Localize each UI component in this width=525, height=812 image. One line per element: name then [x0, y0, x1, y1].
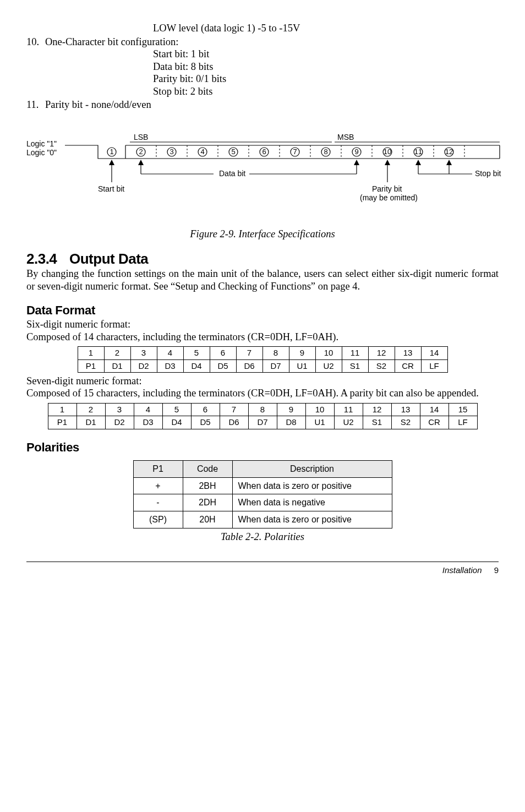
svg-text:3: 3: [169, 148, 173, 156]
page-footer: Installation 9: [26, 565, 499, 575]
figure-2-9: .t { font-family: Arial, Helvetica, sans…: [26, 130, 499, 241]
section-number: 2.3.4: [26, 250, 69, 268]
parity-bit-line: Parity bit: 0/1 bits: [26, 73, 499, 85]
svg-text:5: 5: [231, 148, 235, 156]
interface-spec-diagram: .t { font-family: Arial, Helvetica, sans…: [26, 130, 505, 224]
svg-text:8: 8: [324, 148, 327, 156]
data-bit-line: Data bit: 8 bits: [26, 61, 499, 73]
six-digit-label: Six-digit numeric format:: [26, 318, 499, 331]
table-row: P1D1D2D3D4D5D6D7D8U1U2S1S2CRLF: [48, 416, 477, 429]
seven-digit-table: 123456789101112131415 P1D1D2D3D4D5D6D7D8…: [48, 403, 478, 429]
list-item-11: 11. Parity bit - none/odd/even: [26, 99, 499, 111]
svg-text:1: 1: [110, 148, 113, 156]
section-heading: 2.3.4Output Data: [26, 250, 499, 268]
logic1-label: Logic "1": [26, 139, 57, 148]
footer-section: Installation: [442, 565, 482, 575]
logic0-label: Logic "0": [26, 148, 57, 157]
table-row: (SP) 20H When data is zero or positive: [133, 511, 392, 528]
databit-label: Data bit: [219, 169, 245, 178]
svg-marker-55: [446, 160, 452, 165]
svg-text:12: 12: [445, 148, 453, 156]
figure-caption: Figure 2-9. Interface Specifications: [26, 228, 499, 241]
table-caption: Table 2-2. Polarities: [26, 531, 499, 543]
top-block: LOW level (data logic 1) -5 to -15V 10. …: [26, 22, 499, 111]
list-item-10: 10. One-Character bit configuration:: [26, 36, 499, 48]
svg-marker-50: [385, 160, 390, 165]
svg-marker-42: [109, 160, 114, 165]
polarities-heading: Polarities: [26, 440, 499, 455]
svg-marker-48: [354, 160, 359, 165]
svg-text:6: 6: [262, 148, 266, 156]
footer-rule: [26, 562, 499, 562]
lsb-label: LSB: [134, 133, 148, 141]
six-digit-table: 1234567891011121314 P1D1D2D3D4D5D6D7U1U2…: [78, 346, 448, 373]
svg-marker-44: [138, 160, 144, 165]
svg-text:2: 2: [139, 148, 143, 156]
svg-marker-52: [415, 160, 421, 165]
startbit-label: Start bit: [98, 184, 124, 193]
section-paragraph: By changing the function settings on the…: [26, 268, 499, 292]
list-num-11: 11.: [26, 99, 45, 111]
footer-page-number: 9: [494, 565, 499, 575]
omitted-label: (may be omitted): [360, 193, 418, 202]
table-row: - 2DH When data is negative: [133, 494, 392, 511]
low-level-line: LOW level (data logic 1) -5 to -15V: [26, 22, 499, 35]
section-title: Output Data: [69, 250, 148, 267]
svg-text:9: 9: [354, 148, 358, 156]
list-body-11: Parity bit - none/odd/even: [45, 99, 499, 111]
svg-text:4: 4: [200, 148, 204, 156]
list-body-10: One-Character bit configuration:: [45, 36, 499, 48]
svg-text:7: 7: [293, 148, 297, 156]
polarities-table: P1 Code Description + 2BH When data is z…: [133, 460, 392, 528]
svg-text:10: 10: [384, 148, 391, 156]
table-header-row: P1 Code Description: [133, 461, 392, 478]
stopbit-label: Stop bit: [475, 169, 501, 178]
data-format-heading: Data Format: [26, 303, 499, 318]
list-num-10: 10.: [26, 36, 45, 48]
table-row: + 2BH When data is zero or positive: [133, 477, 392, 494]
svg-text:11: 11: [414, 148, 422, 156]
six-digit-desc: Composed of 14 characters, including the…: [26, 331, 499, 344]
table-row: 123456789101112131415: [48, 404, 477, 416]
table-row: 1234567891011121314: [78, 347, 447, 359]
paritybit-label: Parity bit: [372, 184, 402, 193]
seven-digit-desc: Composed of 15 characters, including the…: [26, 387, 499, 400]
start-bit-line: Start bit: 1 bit: [26, 48, 499, 61]
seven-digit-label: Seven-digit numeric format:: [26, 375, 499, 388]
stop-bit-line: Stop bit: 2 bits: [26, 85, 499, 98]
table-row: P1D1D2D3D4D5D6D7U1U2S1S2CRLF: [78, 359, 447, 372]
msb-label: MSB: [337, 133, 354, 141]
